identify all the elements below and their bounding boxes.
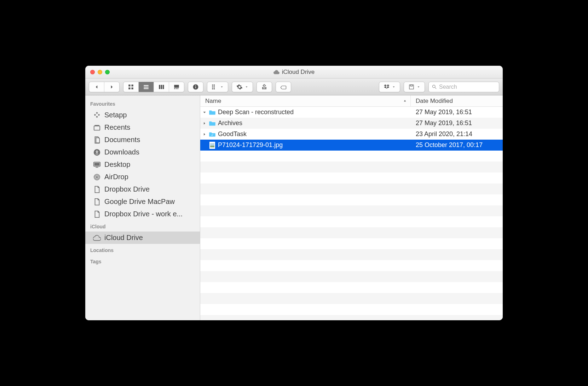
setapp-icon [93,111,101,119]
sidebar-item-documents[interactable]: Documents [85,134,200,146]
svg-rect-3 [132,87,133,89]
body: Favourites Setapp Recents Documents [85,95,503,320]
recents-icon [93,124,101,131]
svg-rect-28 [95,125,99,126]
dropbox-button-group [379,82,400,92]
empty-row [200,293,503,304]
cloud-icon [273,70,279,74]
empty-row [200,216,503,227]
search-box[interactable] [428,82,499,92]
svg-rect-4 [144,85,149,86]
sidebar-item-label: Setapp [104,111,127,119]
finder-window: iCloud Drive [85,66,503,320]
chevron-down-icon [245,85,248,89]
column-view-button[interactable] [154,82,169,92]
chevron-down-icon [417,85,420,89]
action-button[interactable] [232,82,253,92]
sidebar-item-dropbox-drive[interactable]: Dropbox Drive [85,183,200,195]
column-header-date[interactable]: Date Modified [411,95,503,106]
search-input[interactable] [439,84,503,90]
svg-rect-22 [214,88,215,89]
svg-rect-27 [94,126,100,130]
file-icon [93,210,101,218]
dropbox-icon [384,84,390,90]
svg-rect-1 [132,84,133,86]
tags-button-group [276,82,291,92]
documents-icon [93,136,101,144]
file-row[interactable]: Archives 27 May 2019, 16:51 [200,118,503,129]
folder-icon [209,109,216,116]
window-title-text: iCloud Drive [282,69,315,76]
evernote-button-group [404,82,425,92]
sidebar-item-recents[interactable]: Recents [85,121,200,134]
zoom-window-button[interactable] [105,70,110,74]
svg-rect-7 [159,85,160,89]
sidebar-item-label: Dropbox Drive [104,185,150,193]
file-row[interactable]: Deep Scan - reconstructed 27 May 2019, 1… [200,107,503,118]
gallery-icon [173,84,180,90]
file-row[interactable]: GoodTask 23 April 2020, 21:14 [200,129,503,140]
sidebar: Favourites Setapp Recents Documents [85,95,200,320]
file-date: 25 October 2017, 00:17 [411,141,503,149]
file-rows: Deep Scan - reconstructed 27 May 2019, 1… [200,107,503,320]
svg-rect-5 [144,87,149,87]
file-name: Deep Scan - reconstructed [218,109,294,116]
groupby-button-group [207,82,228,92]
sidebar-item-icloud-drive[interactable]: iCloud Drive [85,232,200,244]
column-header-date-label: Date Modified [416,98,453,105]
sidebar-item-airdrop[interactable]: AirDrop [85,171,200,183]
file-date: 23 April 2020, 21:14 [411,130,503,138]
file-row[interactable]: P71024-171729-01.jpg 25 October 2017, 00… [200,140,503,151]
sidebar-item-label: Documents [104,136,140,144]
archive-icon [408,84,415,90]
list-view-button[interactable] [139,82,154,92]
svg-rect-18 [212,86,213,87]
svg-rect-17 [212,84,213,86]
share-button[interactable] [257,82,272,92]
empty-row [200,271,503,282]
column-header-name-label: Name [205,98,221,105]
empty-row [200,315,503,320]
tag-icon [280,84,287,90]
columns-icon [158,84,165,90]
disclosure-triangle-collapsed-icon[interactable] [202,121,207,125]
svg-rect-23 [409,85,414,89]
svg-rect-13 [177,88,178,89]
sidebar-item-label: Recents [104,123,130,131]
file-date: 27 May 2019, 16:51 [411,109,503,116]
evernote-button[interactable] [404,82,425,92]
traffic-lights [90,70,110,74]
empty-row [200,183,503,194]
sidebar-item-setapp[interactable]: Setapp [85,109,200,121]
empty-row [200,304,503,315]
svg-rect-15 [195,86,196,88]
empty-row [200,172,503,183]
search-icon [432,84,437,89]
icon-view-button[interactable] [123,82,139,92]
disclosure-triangle-expanded-icon[interactable] [202,110,207,115]
back-button[interactable] [89,82,104,92]
column-headers: Name Date Modified [200,95,503,107]
sidebar-item-label: Google Drive MacPaw [104,198,175,206]
airdrop-icon [93,173,101,181]
forward-button[interactable] [104,82,119,92]
sidebar-item-dropbox-work[interactable]: Dropbox Drive - work e... [85,208,200,220]
disclosure-triangle-collapsed-icon[interactable] [202,132,207,136]
groupby-button[interactable] [207,82,228,92]
sidebar-item-label: Downloads [104,148,139,156]
sidebar-item-google-drive[interactable]: Google Drive MacPaw [85,195,200,208]
empty-row [200,162,503,172]
column-header-name[interactable]: Name [200,95,411,106]
gallery-view-button[interactable] [169,82,184,92]
close-window-button[interactable] [90,70,95,74]
dropbox-button[interactable] [379,82,400,92]
sort-ascending-icon [403,99,407,103]
sidebar-item-desktop[interactable]: Desktop [85,158,200,171]
tags-button[interactable] [276,82,291,92]
sidebar-section-tags: Tags [85,255,200,267]
share-button-group [256,82,272,92]
svg-point-16 [195,85,196,86]
minimize-window-button[interactable] [98,70,102,74]
sidebar-item-downloads[interactable]: Downloads [85,146,200,158]
info-button[interactable] [188,82,203,92]
